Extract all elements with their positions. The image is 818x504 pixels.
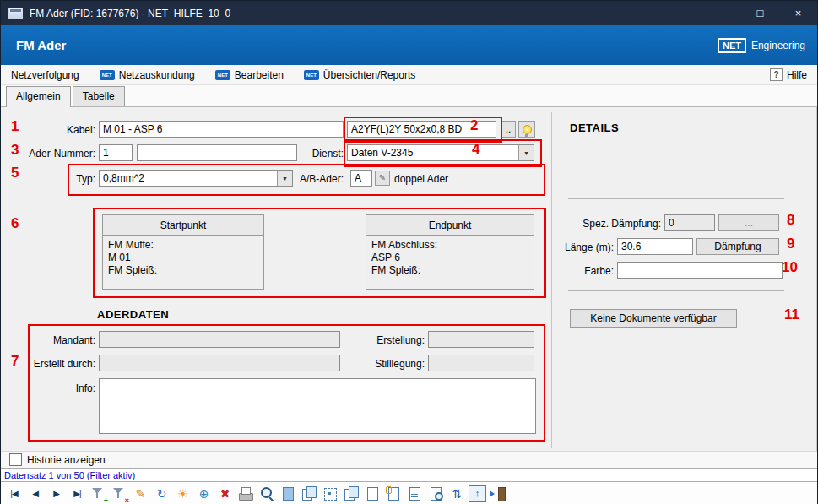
window-title: FM Ader (FID: 1677676) - NET_HILFE_10_0: [30, 8, 230, 19]
farbe-input[interactable]: [617, 262, 783, 279]
exit-icon[interactable]: [488, 485, 507, 503]
filter-add-icon[interactable]: +: [89, 485, 108, 503]
web-map-icon-glyph: ⊕: [199, 488, 209, 500]
menu-hilfe[interactable]: ? Hilfe: [770, 68, 807, 81]
last-record-icon[interactable]: ▶|: [68, 485, 87, 503]
info-label: Info:: [35, 382, 95, 394]
farbe-label: Farbe:: [558, 265, 614, 277]
close-button[interactable]: ×: [779, 1, 817, 25]
edit-small-icon: ✎: [379, 174, 386, 182]
menu-label: Hilfe: [787, 69, 807, 81]
filter-add-icon-badge: +: [104, 496, 108, 504]
ab-ader-input[interactable]: [350, 170, 372, 187]
new-record-icon[interactable]: ☀: [173, 485, 192, 503]
menu-netzverfolgung[interactable]: Netzverfolgung: [11, 69, 79, 81]
menu-netzauskundung[interactable]: NET Netzauskundung: [100, 69, 195, 81]
dropdown-arrow-icon[interactable]: ▼: [277, 171, 292, 186]
sort-updown-icon[interactable]: ↕: [469, 485, 486, 502]
maximize-button[interactable]: □: [741, 1, 779, 25]
swap-icon[interactable]: ⇅: [447, 485, 467, 503]
endpunkt-line: ASP 6: [371, 252, 528, 264]
menu-label: Netzverfolgung: [11, 69, 79, 81]
endpunkt-header-button[interactable]: Endpunkt: [366, 214, 534, 236]
bottom-toolbar: |◀◀▶▶|+×✎↻☀⊕✖⇅↕: [1, 481, 817, 504]
first-record-icon[interactable]: |◀: [4, 485, 24, 503]
details-divider: [551, 112, 552, 448]
endpunkt-line: FM Abschluss:: [371, 239, 528, 252]
document-icon[interactable]: [363, 485, 382, 503]
previous-record-icon[interactable]: ◀: [25, 485, 45, 503]
print-icon[interactable]: [236, 485, 256, 503]
info-textarea[interactable]: [99, 378, 536, 434]
swap-icon-glyph: ⇅: [452, 488, 463, 500]
copy-icon[interactable]: [279, 485, 298, 503]
typ-value: 0,8mm^2: [100, 171, 277, 186]
next-record-icon[interactable]: ▶: [46, 485, 66, 503]
tab-tabelle[interactable]: Tabelle: [73, 86, 125, 106]
kabel-browse-button[interactable]: ..: [501, 121, 516, 138]
dienst-value: Daten V-2345: [348, 145, 518, 160]
details-separator: [568, 290, 784, 291]
menu-label: Netzauskundung: [119, 69, 195, 81]
help-icon: ?: [770, 68, 783, 81]
select-region-icon[interactable]: [321, 485, 340, 503]
dropdown-arrow-icon[interactable]: ▼: [518, 145, 534, 160]
kabel-info-button[interactable]: [518, 121, 535, 138]
filter-clear-icon-badge: ×: [125, 496, 129, 504]
stilllegung-label: Stilllegung:: [355, 358, 425, 370]
erstellt-durch-input[interactable]: [99, 355, 340, 371]
report-table-icon[interactable]: [405, 485, 425, 503]
mandant-label: Mandant:: [9, 334, 95, 346]
laenge-label: Länge (m):: [541, 241, 614, 253]
spez-daempfung-input[interactable]: [664, 214, 715, 231]
menu-bearbeiten[interactable]: NET Bearbeiten: [215, 69, 284, 81]
daempfung-button[interactable]: Dämpfung: [696, 238, 779, 255]
details-separator: [568, 198, 784, 199]
erstellung-input[interactable]: [428, 331, 534, 348]
main-panel: Kabel: .. Ader-Nummer: Dienst: Daten V-2…: [1, 106, 817, 451]
minimize-button[interactable]: –: [703, 1, 741, 25]
copy-pages-icon[interactable]: [300, 485, 319, 503]
erstellung-label: Erstellung:: [355, 334, 425, 346]
next-record-icon-glyph: ▶: [53, 490, 59, 498]
net-icon: NET: [304, 70, 319, 80]
ader-nummer-input[interactable]: [99, 144, 133, 161]
historie-checkbox[interactable]: [9, 453, 22, 466]
laenge-input[interactable]: [617, 238, 693, 255]
edit-pencil-icon[interactable]: ✎: [131, 485, 150, 503]
dienst-label: Dienst:: [296, 148, 344, 160]
net-icon: NET: [100, 70, 115, 80]
refresh-icon-glyph: ↻: [157, 488, 167, 500]
startpunkt-line: FM Spleiß:: [108, 264, 258, 277]
startpunkt-line: FM Muffe:: [108, 239, 258, 252]
web-map-icon[interactable]: ⊕: [194, 485, 214, 503]
menu-label: Übersichten/Reports: [323, 69, 415, 81]
startpunkt-header-button[interactable]: Startpunkt: [102, 214, 264, 236]
historie-label: Historie anzeigen: [27, 454, 106, 466]
logo-text: Engineering: [751, 40, 805, 51]
menu-label: Bearbeiten: [235, 69, 284, 81]
ader-name-input[interactable]: [137, 144, 297, 161]
delete-record-icon[interactable]: ✖: [215, 485, 235, 503]
kabel-label: Kabel:: [9, 124, 95, 136]
menu-uebersichten-reports[interactable]: NET Übersichten/Reports: [304, 69, 415, 81]
kabel-input[interactable]: [99, 121, 344, 138]
spez-daempfung-browse-button[interactable]: ...: [718, 214, 779, 231]
typ-combobox[interactable]: 0,8mm^2 ▼: [99, 170, 293, 187]
filter-clear-icon[interactable]: ×: [110, 485, 129, 503]
stilllegung-input[interactable]: [428, 355, 534, 371]
keine-dokumente-button[interactable]: Keine Dokumente verfügbar: [570, 309, 737, 328]
dienst-combobox[interactable]: Daten V-2345 ▼: [347, 144, 534, 161]
tab-allgemein[interactable]: Allgemein: [6, 86, 71, 107]
ab-ader-edit-button[interactable]: ✎: [375, 171, 390, 186]
attachment-icon[interactable]: [384, 485, 404, 503]
print-preview-icon[interactable]: [257, 485, 277, 503]
document-search-icon[interactable]: [426, 485, 446, 503]
duplicate-icon[interactable]: [342, 485, 361, 503]
new-record-icon-glyph: ☀: [177, 488, 188, 500]
app-header: FM Ader NET Engineering: [1, 25, 817, 65]
refresh-icon[interactable]: ↻: [152, 485, 171, 503]
net-engineering-logo: NET Engineering: [718, 38, 805, 53]
mandant-input[interactable]: [99, 331, 340, 348]
kabel-typ-input[interactable]: [347, 121, 496, 138]
